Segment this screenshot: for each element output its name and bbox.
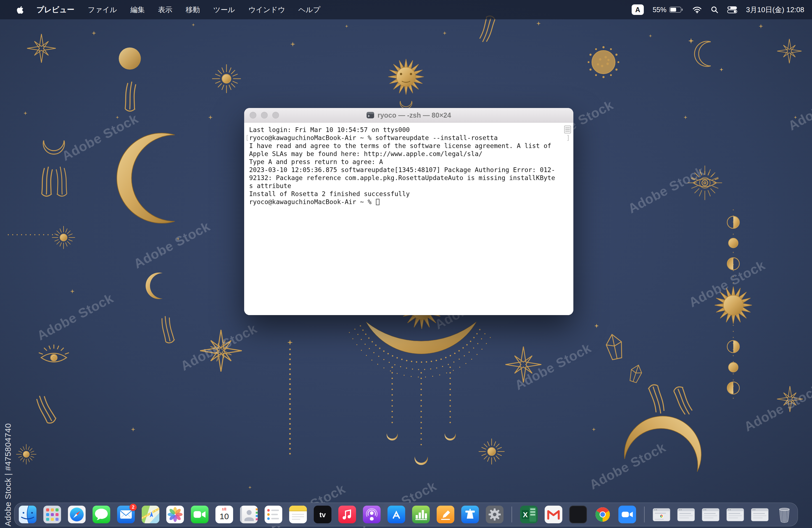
- settings-icon: [486, 505, 504, 523]
- input-source-indicator[interactable]: A: [632, 4, 644, 15]
- menu-bar-menus: ファイル編集表示移動ツールウインドウヘルプ: [81, 5, 327, 15]
- dock-messages[interactable]: [92, 505, 110, 523]
- menu-item-2[interactable]: 表示: [151, 5, 179, 14]
- dock-zoom[interactable]: [619, 505, 636, 523]
- menu-item-6[interactable]: ヘルプ: [292, 5, 327, 14]
- dock-calendar[interactable]: 3月10: [215, 505, 233, 523]
- control-center-icon: [727, 6, 737, 14]
- control-center[interactable]: [727, 6, 737, 14]
- terminal-window[interactable]: ryoco — -zsh — 80×24 Last login: Fri Mar…: [244, 108, 574, 315]
- menu-bar-status: A 55%: [632, 4, 812, 15]
- minwin-icon: [702, 505, 720, 523]
- menu-bar-clock[interactable]: 3月10日(金) 12:08: [746, 5, 804, 15]
- dock-facetime[interactable]: [191, 505, 208, 523]
- apple-logo-icon: [16, 5, 24, 15]
- zoom-button[interactable]: [272, 112, 279, 118]
- terminal-content[interactable]: Last login: Fri Mar 10 10:54:57 on ttys0…: [244, 122, 574, 315]
- terminal-line-6: 92132: Package reference com.apple.pkg.R…: [249, 174, 568, 182]
- dock-keynote[interactable]: [461, 505, 479, 523]
- minwin-chrome-icon: [653, 505, 670, 523]
- notes-icon: [289, 505, 307, 523]
- svg-text:tv: tv: [319, 511, 326, 519]
- menu-item-4[interactable]: ツール: [207, 5, 242, 14]
- dock-contacts[interactable]: [240, 505, 258, 523]
- safari-icon: [68, 505, 86, 523]
- dock-app-store[interactable]: [388, 505, 405, 523]
- svg-text:10: 10: [220, 512, 229, 521]
- dock-minimized-window[interactable]: [702, 505, 720, 523]
- contacts-icon: [240, 505, 258, 523]
- window-title-text: ryoco — -zsh — 80×24: [378, 111, 451, 119]
- terminal-line-5: 2023-03-10 12:05:36.875 softwareupdate[1…: [249, 166, 568, 174]
- zoom-icon: [619, 505, 636, 523]
- dock-photos[interactable]: [166, 505, 184, 523]
- menu-item-1[interactable]: 編集: [124, 5, 151, 14]
- apple-menu[interactable]: [11, 5, 30, 15]
- battery-status[interactable]: 55%: [653, 6, 684, 14]
- minimize-button[interactable]: [261, 112, 267, 118]
- menu-item-0[interactable]: ファイル: [81, 5, 124, 14]
- minwin-icon: [726, 505, 744, 523]
- search-icon: [711, 6, 719, 14]
- terminal-text: ryoco@kawaguchinoMacBook-Air ~ % softwar…: [249, 134, 498, 142]
- dock-microsoft-excel[interactable]: X: [520, 505, 538, 523]
- terminal-text: 2023-03-10 12:05:36.875 softwareupdate[1…: [249, 166, 555, 173]
- menu-item-3[interactable]: 移動: [179, 5, 207, 14]
- active-app-menu[interactable]: プレビュー: [30, 5, 81, 15]
- terminal-proxy-icon: [366, 112, 374, 118]
- dock-notes[interactable]: [289, 505, 307, 523]
- numbers-icon: [412, 505, 430, 523]
- dock-google-chrome[interactable]: [594, 505, 611, 523]
- dock-minimized-window[interactable]: [677, 505, 695, 523]
- dock-tv[interactable]: tv: [314, 505, 331, 523]
- dock-minimized-window[interactable]: [653, 505, 670, 523]
- dock-finder[interactable]: [19, 505, 37, 523]
- music-icon: [338, 505, 356, 523]
- dock-minimized-window[interactable]: [751, 505, 769, 523]
- close-button[interactable]: [250, 112, 256, 118]
- dock-launchpad[interactable]: [43, 505, 61, 523]
- menu-item-5[interactable]: ウインドウ: [242, 5, 292, 14]
- launchpad-icon: [43, 505, 61, 523]
- dock-terminal[interactable]: [569, 505, 587, 523]
- terminal-titlebar[interactable]: ryoco — -zsh — 80×24: [244, 108, 574, 122]
- wifi-status[interactable]: [692, 6, 702, 14]
- keynote-icon: [461, 505, 479, 523]
- maps-icon: [142, 505, 159, 523]
- terminal-line-7: s attribute: [249, 182, 568, 190]
- dock-pages[interactable]: [437, 505, 454, 523]
- dock-podcasts[interactable]: [363, 505, 381, 523]
- terminal-lines: Last login: Fri Mar 10 10:54:57 on ttys0…: [249, 126, 568, 206]
- dock-trash[interactable]: [775, 505, 793, 523]
- terminal-line-8: Install of Rosetta 2 finished successful…: [249, 190, 568, 198]
- dock-minimized-window[interactable]: [726, 505, 744, 523]
- dock-system-settings[interactable]: [486, 505, 504, 523]
- dock-safari[interactable]: [68, 505, 86, 523]
- tv-icon: tv: [314, 505, 331, 523]
- notification-badge: 2: [130, 504, 137, 511]
- command-mark-open: [: [245, 134, 249, 142]
- terminal-line-0: Last login: Fri Mar 10 10:54:57 on ttys0…: [249, 126, 568, 134]
- dock-maps[interactable]: [142, 505, 159, 523]
- dock-numbers[interactable]: [412, 505, 430, 523]
- minwin-icon: [751, 505, 769, 523]
- terminal-text: Last login: Fri Mar 10 10:54:57 on ttys0…: [249, 126, 410, 133]
- terminal-text: I have read and agree to the terms of th…: [249, 142, 551, 149]
- terminal-scrollback-indicator-icon[interactable]: [564, 126, 571, 134]
- terminal-line-4: Type A and press return to agree: A: [249, 158, 568, 166]
- podcasts-icon: [363, 505, 381, 523]
- battery-percent: 55%: [653, 6, 666, 14]
- input-source-letter: A: [635, 6, 640, 14]
- trash-icon: [775, 505, 793, 523]
- appstore-icon: [388, 505, 405, 523]
- spotlight-search[interactable]: [711, 6, 719, 14]
- terminal-text: s attribute: [249, 182, 291, 189]
- dock: 23月10tvX: [14, 503, 798, 526]
- dock-mail-app[interactable]: [545, 505, 562, 523]
- battery-icon: [669, 6, 684, 13]
- excel-icon: X: [520, 505, 538, 523]
- messages-icon: [92, 505, 110, 523]
- dock-mail[interactable]: 2: [117, 505, 135, 523]
- dock-music[interactable]: [338, 505, 356, 523]
- dock-reminders[interactable]: [265, 505, 282, 523]
